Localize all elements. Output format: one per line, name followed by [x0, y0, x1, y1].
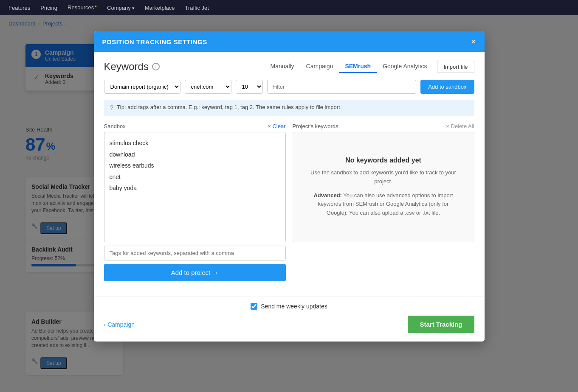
filter-input[interactable]: [267, 80, 417, 94]
tags-input[interactable]: [104, 246, 286, 260]
sandbox-keyword-item: baby yoda: [110, 182, 280, 194]
keywords-tabs: Manually Campaign SEMrush Google Analyti…: [265, 60, 474, 73]
sandbox-keyword-item: stimulus check: [110, 137, 280, 149]
tip-box: ? Tip: add tags after a comma. E.g.: key…: [104, 100, 474, 116]
nav-pricing[interactable]: Pricing: [40, 5, 57, 11]
clear-button[interactable]: × Clear: [268, 123, 285, 129]
sandbox-keyword-item: cnet: [110, 171, 280, 183]
tab-semrush[interactable]: SEMrush: [339, 60, 377, 73]
no-keywords-title: No keywords added yet: [345, 157, 421, 164]
nav-trafficjet[interactable]: Traffic Jet: [185, 5, 209, 11]
weekly-updates-checkbox-label[interactable]: Send me weekly updates: [251, 303, 327, 310]
tab-google-analytics[interactable]: Google Analytics: [377, 60, 433, 73]
tip-icon: ?: [110, 104, 114, 112]
sandbox-column: Sandbox × Clear stimulus checkdownloadwi…: [104, 123, 286, 281]
keywords-header: Keywords i Manually Campaign SEMrush Goo…: [104, 60, 474, 73]
sandbox-area[interactable]: stimulus checkdownloadwireless earbudscn…: [104, 132, 286, 242]
modal-dialog: POSITION TRACKING SETTINGS × Keywords i …: [94, 31, 485, 342]
import-file-button[interactable]: Import file: [437, 61, 474, 73]
modal-close-button[interactable]: ×: [471, 37, 476, 46]
add-to-project-button[interactable]: Add to project →: [104, 264, 286, 281]
two-column-section: Sandbox × Clear stimulus checkdownloadwi…: [104, 123, 474, 281]
no-keywords-box: No keywords added yet Use the sandbox to…: [293, 132, 474, 242]
nav-marketplace[interactable]: Marketplace: [145, 5, 175, 11]
background-page: Dashboard › Projects › 1 Campaign United…: [0, 15, 578, 392]
count-select[interactable]: 10 20 50 100: [236, 80, 263, 94]
modal-footer: Send me weekly updates ‹ Campaign Start …: [94, 297, 485, 342]
back-to-campaign-link[interactable]: ‹ Campaign: [104, 321, 135, 328]
weekly-updates-checkbox[interactable]: [251, 303, 257, 310]
keywords-label: Keywords: [104, 61, 149, 73]
nav-company[interactable]: Company: [107, 5, 135, 11]
controls-row: Domain report (organic) Domain report (p…: [104, 80, 474, 94]
modal-header: POSITION TRACKING SETTINGS ×: [94, 31, 485, 52]
sandbox-keyword-item: wireless earbuds: [110, 160, 280, 171]
start-tracking-button[interactable]: Start Tracking: [408, 316, 474, 333]
project-keywords-column: Project's keywords × Delete All No keywo…: [293, 123, 474, 281]
keywords-info-icon[interactable]: i: [152, 63, 160, 70]
weekly-updates-label: Send me weekly updates: [261, 303, 327, 310]
sandbox-label: Sandbox: [104, 123, 126, 129]
sandbox-keyword-item: download: [110, 149, 280, 160]
top-navigation: Features Pricing Resources Company Marke…: [0, 0, 578, 15]
nav-resources[interactable]: Resources: [68, 4, 97, 11]
add-to-sandbox-button[interactable]: Add to sandbox: [420, 80, 474, 94]
domain-select[interactable]: cnet.com google.com bing.com: [185, 80, 231, 94]
delete-all-button[interactable]: × Delete All: [446, 123, 474, 129]
modal-body: Keywords i Manually Campaign SEMrush Goo…: [94, 52, 485, 297]
tip-text: Tip: add tags after a comma. E.g.: keywo…: [117, 104, 341, 110]
domain-report-select[interactable]: Domain report (organic) Domain report (p…: [104, 80, 180, 94]
tab-campaign[interactable]: Campaign: [300, 60, 339, 73]
no-keywords-desc2: Advanced: You can also use advanced opti…: [307, 191, 460, 218]
no-keywords-desc1: Use the sandbox to add keywords you'd li…: [307, 168, 460, 186]
modal-title: POSITION TRACKING SETTINGS: [102, 38, 207, 45]
footer-navigation: ‹ Campaign Start Tracking: [104, 316, 474, 333]
nav-features[interactable]: Features: [8, 5, 30, 11]
tab-manually[interactable]: Manually: [265, 60, 300, 73]
project-keywords-label: Project's keywords: [293, 123, 338, 129]
